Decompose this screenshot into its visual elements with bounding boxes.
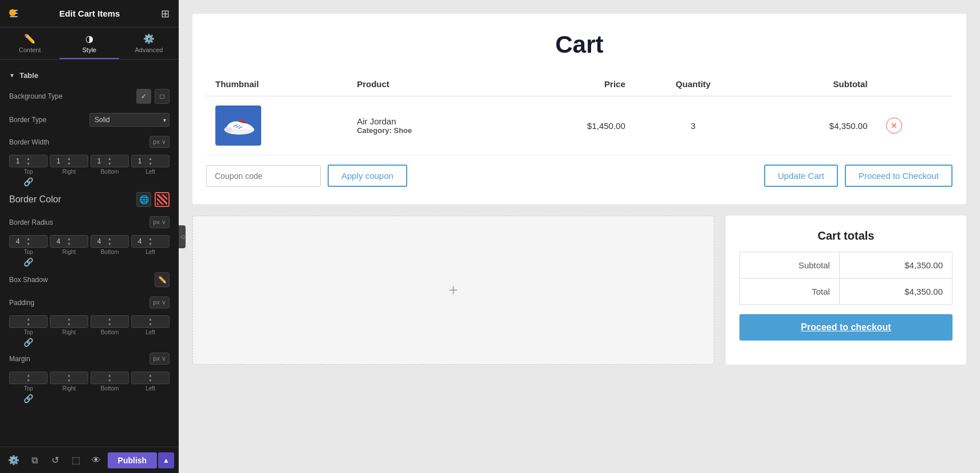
- pl-dn[interactable]: ▼: [148, 322, 153, 327]
- border-type-select[interactable]: Solid Dashed Dotted None: [89, 113, 170, 127]
- mt-dn[interactable]: ▼: [26, 378, 31, 383]
- margin-right-input[interactable]: [50, 372, 66, 384]
- border-radius-link-btn[interactable]: 🔗: [9, 257, 48, 267]
- bg-type-gradient-btn[interactable]: □: [155, 89, 170, 104]
- ml-up[interactable]: ▲: [148, 373, 153, 378]
- padding-top-label: Top: [23, 329, 33, 335]
- background-type-control: ✓ □: [136, 89, 170, 104]
- pb-up[interactable]: ▲: [107, 316, 112, 322]
- padding-bottom-input[interactable]: [91, 316, 107, 327]
- margin-left-box: ▲▼: [131, 372, 170, 384]
- padding-left-box: ▲▼: [131, 315, 170, 328]
- bwr-up[interactable]: ▲: [66, 156, 72, 161]
- pr-up[interactable]: ▲: [66, 316, 72, 322]
- panel-title: Edit Cart Items: [60, 9, 120, 18]
- padding-link-btn[interactable]: 🔗: [9, 338, 48, 347]
- pt-dn[interactable]: ▼: [26, 322, 31, 327]
- border-width-left-input[interactable]: [132, 155, 148, 167]
- border-radius-unit-btn[interactable]: px ∨: [149, 216, 170, 228]
- brl-dn[interactable]: ▼: [148, 241, 153, 247]
- table-row: Air Jordan Category: Shoe $1,450.00 3 $4…: [206, 96, 953, 155]
- add-plus-icon[interactable]: +: [448, 281, 458, 299]
- border-radius-top-input[interactable]: [10, 236, 26, 247]
- border-color-swatch[interactable]: [155, 192, 170, 207]
- bwb-up[interactable]: ▲: [107, 156, 112, 161]
- bwt-dn[interactable]: ▼: [26, 161, 31, 166]
- mb-up[interactable]: ▲: [107, 373, 112, 378]
- apply-coupon-button[interactable]: Apply coupon: [328, 165, 407, 187]
- publish-button[interactable]: Publish: [108, 452, 158, 468]
- bwl-up[interactable]: ▲: [148, 156, 153, 161]
- brt-up[interactable]: ▲: [26, 236, 31, 241]
- update-cart-button[interactable]: Update Cart: [764, 165, 838, 187]
- pt-up[interactable]: ▲: [26, 316, 31, 322]
- tab-advanced[interactable]: ⚙️ Advanced: [119, 28, 179, 59]
- mt-up[interactable]: ▲: [26, 373, 31, 378]
- pr-dn[interactable]: ▼: [66, 322, 72, 327]
- border-width-right-input[interactable]: [50, 155, 66, 167]
- col-subtotal: Subtotal: [752, 72, 877, 96]
- border-width-unit: px ∨: [149, 136, 170, 148]
- price-cell: $1,450.00: [510, 96, 635, 155]
- mb-dn[interactable]: ▼: [107, 378, 112, 383]
- border-radius-right-group: ▲▼ Right: [50, 235, 88, 255]
- margin-bottom-input[interactable]: [91, 372, 107, 384]
- padding-right-input[interactable]: [50, 316, 66, 327]
- grid-icon[interactable]: ⊞: [161, 7, 170, 20]
- mr-dn[interactable]: ▼: [66, 378, 72, 383]
- padding-left-input[interactable]: [132, 316, 148, 327]
- border-radius-bottom-label: Bottom: [101, 249, 119, 255]
- proceed-to-checkout-button[interactable]: Proceed to checkout: [739, 314, 953, 341]
- collapse-panel-handle[interactable]: ◁: [179, 225, 186, 248]
- border-radius-left-label: Left: [145, 249, 155, 255]
- ml-dn[interactable]: ▼: [148, 378, 153, 383]
- empty-block[interactable]: +: [192, 216, 714, 365]
- proceed-checkout-button[interactable]: Proceed to Checkout: [845, 165, 953, 187]
- margin-unit-btn[interactable]: px ∨: [149, 353, 170, 365]
- border-radius-right-input[interactable]: [50, 236, 66, 247]
- border-width-bottom-group: ▲▼ Bottom: [90, 155, 129, 175]
- padding-top-input[interactable]: [10, 316, 26, 327]
- bwl-dn[interactable]: ▼: [148, 161, 153, 166]
- bwt-up[interactable]: ▲: [26, 156, 31, 161]
- section-table[interactable]: ▼ Table: [0, 67, 179, 84]
- tab-style[interactable]: ◑ Style: [60, 28, 119, 59]
- layers-icon[interactable]: ⧉: [25, 451, 44, 470]
- brl-up[interactable]: ▲: [148, 236, 153, 241]
- bwb-dn[interactable]: ▼: [107, 161, 112, 166]
- border-width-unit-btn[interactable]: px ∨: [149, 136, 170, 148]
- content-icon: ✏️: [24, 33, 36, 44]
- box-shadow-edit-btn[interactable]: ✏️: [155, 272, 170, 287]
- margin-link-btn[interactable]: 🔗: [9, 394, 48, 403]
- coupon-input[interactable]: [206, 165, 321, 187]
- border-width-top-input[interactable]: [10, 155, 26, 167]
- border-radius-left-input[interactable]: [132, 236, 148, 247]
- bwr-dn[interactable]: ▼: [66, 161, 72, 166]
- publish-expand-button[interactable]: ▲: [158, 452, 174, 468]
- bg-type-solid-btn[interactable]: ✓: [136, 89, 151, 104]
- product-name: Air Jordan: [357, 116, 501, 126]
- brb-dn[interactable]: ▼: [107, 241, 112, 247]
- border-width-bottom-input[interactable]: [91, 155, 107, 167]
- tab-content[interactable]: ✏️ Content: [0, 28, 60, 59]
- margin-left-input[interactable]: [132, 372, 148, 384]
- shoe-svg: [218, 108, 258, 143]
- remove-item-button[interactable]: ✕: [886, 118, 902, 134]
- pb-dn[interactable]: ▼: [107, 322, 112, 327]
- responsive-icon[interactable]: ⬚: [66, 451, 85, 470]
- preview-icon[interactable]: 👁: [87, 451, 105, 470]
- margin-top-input[interactable]: [10, 372, 26, 384]
- brr-up[interactable]: ▲: [66, 236, 72, 241]
- border-width-link-btn[interactable]: 🔗: [9, 177, 48, 186]
- pl-up[interactable]: ▲: [148, 316, 153, 322]
- brt-dn[interactable]: ▼: [26, 241, 31, 247]
- border-color-global-btn[interactable]: 🌐: [136, 192, 151, 207]
- brr-dn[interactable]: ▼: [66, 241, 72, 247]
- settings-icon[interactable]: ⚙️: [5, 451, 23, 470]
- border-radius-top-group: ▲▼ Top: [9, 235, 48, 255]
- mr-up[interactable]: ▲: [66, 373, 72, 378]
- border-radius-bottom-input[interactable]: [91, 236, 107, 247]
- history-icon[interactable]: ↺: [46, 451, 64, 470]
- brb-up[interactable]: ▲: [107, 236, 112, 241]
- padding-unit-btn[interactable]: px ∨: [149, 296, 170, 308]
